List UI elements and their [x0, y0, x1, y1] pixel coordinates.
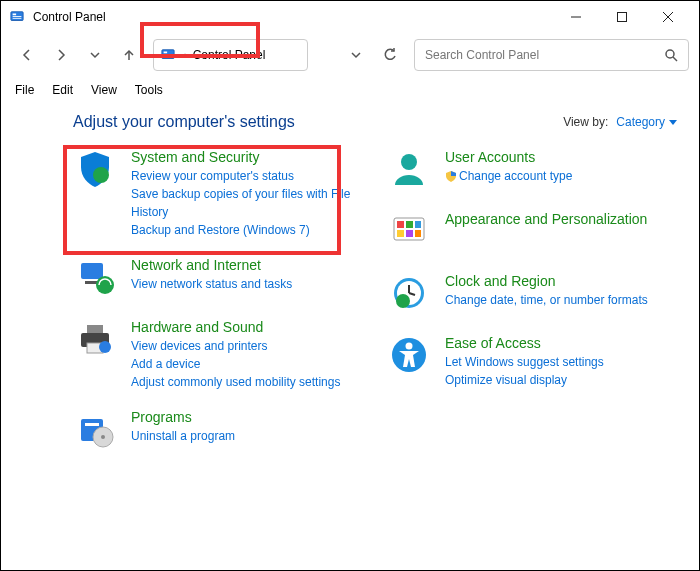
svg-rect-25 [85, 423, 99, 426]
svg-rect-11 [164, 54, 173, 55]
category-title[interactable]: Clock and Region [445, 273, 677, 289]
menu-tools[interactable]: Tools [127, 80, 171, 100]
link-add-device[interactable]: Add a device [131, 355, 363, 373]
refresh-button[interactable] [374, 39, 406, 71]
category-title[interactable]: Appearance and Personalization [445, 211, 677, 227]
link-review-status[interactable]: Review your computer's status [131, 167, 363, 185]
clock-icon [387, 273, 431, 317]
close-button[interactable] [645, 1, 691, 33]
svg-rect-31 [406, 221, 413, 228]
minimize-button[interactable] [553, 1, 599, 33]
svg-point-23 [99, 341, 111, 353]
search-placeholder: Search Control Panel [425, 48, 664, 62]
chevron-down-icon [669, 118, 677, 126]
category-title[interactable]: System and Security [131, 149, 363, 165]
control-panel-icon [9, 9, 25, 25]
category-title[interactable]: Hardware and Sound [131, 319, 363, 335]
view-by-dropdown[interactable]: Category [616, 115, 677, 129]
window-title: Control Panel [33, 10, 106, 24]
address-bar[interactable]: › Control Panel [153, 39, 308, 71]
link-change-formats[interactable]: Change date, time, or number formats [445, 291, 677, 309]
category-users: User Accounts Change account type [387, 149, 677, 193]
control-panel-icon [160, 47, 176, 63]
user-icon [387, 149, 431, 193]
link-file-history[interactable]: Save backup copies of your files with Fi… [131, 185, 363, 221]
category-hardware: Hardware and Sound View devices and prin… [73, 319, 363, 391]
link-optimize-display[interactable]: Optimize visual display [445, 371, 677, 389]
appearance-icon [387, 211, 431, 255]
view-by-value: Category [616, 115, 665, 129]
shield-icon [73, 149, 117, 193]
svg-rect-10 [164, 52, 168, 54]
network-icon [73, 257, 117, 301]
svg-point-27 [101, 435, 105, 439]
category-network: Network and Internet View network status… [73, 257, 363, 301]
navbar: › Control Panel Search Control Panel [1, 33, 699, 77]
svg-point-13 [666, 50, 674, 58]
category-appearance: Appearance and Personalization [387, 211, 677, 255]
link-suggest-settings[interactable]: Let Windows suggest settings [445, 353, 677, 371]
link-change-account[interactable]: Change account type [445, 167, 677, 185]
left-column: System and Security Review your computer… [73, 149, 363, 453]
forward-button[interactable] [45, 39, 77, 71]
accessibility-icon [387, 335, 431, 379]
link-uninstall[interactable]: Uninstall a program [131, 427, 363, 445]
search-box[interactable]: Search Control Panel [414, 39, 689, 71]
breadcrumb-item[interactable]: Control Panel [193, 48, 266, 62]
svg-line-14 [673, 57, 677, 61]
link-mobility[interactable]: Adjust commonly used mobility settings [131, 373, 363, 391]
svg-rect-5 [618, 13, 627, 22]
category-title[interactable]: Network and Internet [131, 257, 363, 273]
search-icon [664, 48, 678, 62]
svg-rect-33 [397, 230, 404, 237]
svg-rect-1 [13, 14, 17, 16]
svg-point-42 [406, 343, 413, 350]
menu-edit[interactable]: Edit [44, 80, 81, 100]
menu-view[interactable]: View [83, 80, 125, 100]
view-by-label: View by: [563, 115, 608, 129]
titlebar: Control Panel [1, 1, 699, 33]
menu-file[interactable]: File [7, 80, 42, 100]
svg-marker-15 [669, 120, 677, 125]
programs-icon [73, 409, 117, 453]
maximize-button[interactable] [599, 1, 645, 33]
svg-rect-3 [13, 18, 22, 19]
svg-rect-21 [87, 325, 103, 333]
uac-shield-icon [445, 170, 457, 182]
link-view-devices[interactable]: View devices and printers [131, 337, 363, 355]
view-by: View by: Category [563, 115, 677, 129]
category-ease: Ease of Access Let Windows suggest setti… [387, 335, 677, 389]
svg-rect-17 [81, 263, 103, 279]
category-clock: Clock and Region Change date, time, or n… [387, 273, 677, 317]
content: Adjust your computer's settings View by:… [1, 103, 699, 453]
svg-rect-12 [164, 56, 173, 57]
category-title[interactable]: Programs [131, 409, 363, 425]
category-programs: Programs Uninstall a program [73, 409, 363, 453]
svg-rect-2 [13, 16, 22, 17]
svg-rect-32 [415, 221, 421, 228]
link-network-status[interactable]: View network status and tasks [131, 275, 363, 293]
category-title[interactable]: User Accounts [445, 149, 677, 165]
svg-point-16 [93, 167, 109, 183]
svg-point-28 [401, 154, 417, 170]
breadcrumb-separator-icon: › [184, 49, 188, 61]
recent-locations-button[interactable] [79, 39, 111, 71]
category-system-security: System and Security Review your computer… [73, 149, 363, 239]
link-backup-restore[interactable]: Backup and Restore (Windows 7) [131, 221, 363, 239]
svg-point-40 [396, 294, 410, 308]
back-button[interactable] [11, 39, 43, 71]
address-dropdown-button[interactable] [340, 39, 372, 71]
svg-rect-35 [415, 230, 421, 237]
printer-icon [73, 319, 117, 363]
category-title[interactable]: Ease of Access [445, 335, 677, 351]
right-column: User Accounts Change account type Appear… [387, 149, 677, 453]
page-heading: Adjust your computer's settings [73, 113, 295, 131]
svg-rect-34 [406, 230, 413, 237]
up-button[interactable] [113, 39, 145, 71]
svg-rect-30 [397, 221, 404, 228]
menubar: File Edit View Tools [1, 77, 699, 103]
